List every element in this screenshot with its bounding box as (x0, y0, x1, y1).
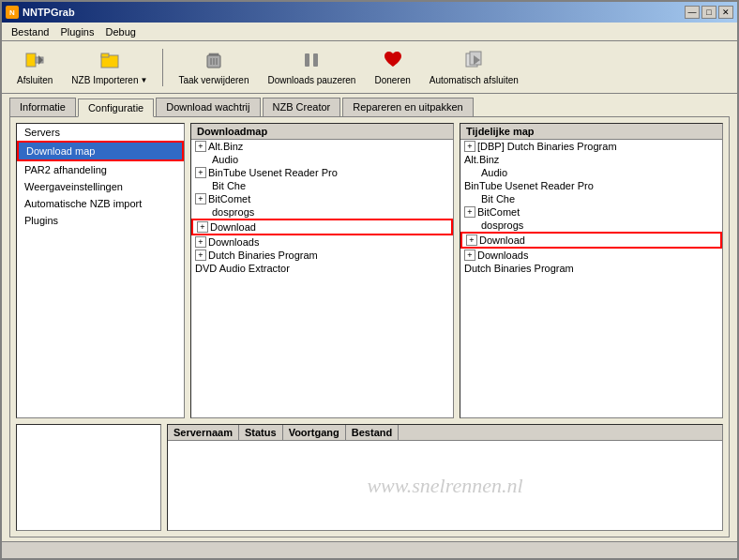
tree2-dosprogs-label: dosprogs (481, 219, 523, 231)
sidebar-item-downloadmap[interactable]: Download map (17, 141, 184, 161)
panel-downloadmap-header: Downloadmap (191, 124, 453, 140)
tree2-dosprogs[interactable]: dosprogs (460, 219, 722, 232)
tab-repareren[interactable]: Repareren en uitpakken (342, 98, 473, 116)
svg-rect-4 (101, 53, 109, 57)
col-status[interactable]: Status (239, 425, 283, 440)
tree-dutch-label: Dutch Binaries Program (208, 250, 318, 261)
menu-bestand[interactable]: Bestand (6, 24, 54, 39)
tree-dosprogs[interactable]: dosprogs (191, 205, 453, 219)
expand2-bitcomet[interactable]: + (464, 206, 475, 218)
tree-bintube[interactable]: + BinTube Usenet Reader Pro (191, 166, 453, 179)
bottom-table-header: Servernaam Status Voortgang Bestand (168, 425, 722, 441)
close-button[interactable]: ✕ (718, 6, 733, 19)
import-dropdown-arrow[interactable]: ▼ (141, 76, 148, 84)
titlebar-left: N NNTPGrab (6, 6, 75, 19)
sidebar-item-par2[interactable]: PAR2 afhandeling (17, 161, 184, 178)
tree2-dutch[interactable]: Dutch Binaries Program (460, 262, 722, 275)
tree2-audio-label: Audio (481, 167, 507, 178)
expand2-download[interactable]: + (466, 235, 477, 246)
tabs-bar: Informatie Configuratie Download wachtri… (2, 94, 737, 116)
sidebar-item-plugins[interactable]: Plugins (17, 212, 184, 229)
tree-downloads[interactable]: + Downloads (191, 235, 453, 249)
panel-tijdelijkemap-header: Tijdelijke map (460, 124, 722, 140)
sidebar-item-autonzb[interactable]: Automatische NZB import (17, 195, 184, 212)
titlebar-controls: — □ ✕ (685, 6, 733, 19)
autoexit-icon (463, 50, 484, 73)
col-voortgang[interactable]: Voortgang (283, 425, 346, 440)
tab-configuratie[interactable]: Configuratie (78, 98, 154, 117)
tree-bitche-label: Bit Che (212, 180, 246, 191)
bottom-right-panel: Servernaam Status Voortgang Bestand www.… (167, 424, 723, 531)
menu-plugins[interactable]: Plugins (54, 24, 99, 39)
main-content: Servers Download map PAR2 afhandeling We… (9, 116, 730, 537)
col-servernaam[interactable]: Servernaam (168, 425, 239, 440)
expand-bintube[interactable]: + (195, 167, 206, 178)
tree2-download-label: Download (479, 235, 525, 246)
expand-dutch[interactable]: + (195, 250, 206, 261)
svg-rect-10 (305, 53, 309, 67)
menubar: Bestand Plugins Debug (2, 23, 737, 41)
window-title: NNTPGrab (23, 7, 75, 18)
tree2-bitche-label: Bit Che (481, 193, 515, 204)
titlebar: N NNTPGrab — □ ✕ (2, 2, 737, 23)
tree-altbinz[interactable]: + Alt.Binz (191, 140, 453, 153)
tree2-altbinz[interactable]: Alt.Binz (460, 153, 722, 166)
watermark: www.snelrennen.nl (168, 441, 722, 530)
tree-altbinz-label: Alt.Binz (208, 141, 243, 152)
tree2-altbinz-label: Alt.Binz (464, 154, 499, 165)
col-bestand[interactable]: Bestand (346, 425, 399, 440)
tab-nzbcreator[interactable]: NZB Creator (263, 98, 341, 116)
tree2-dbp[interactable]: + [DBP] Dutch Binaries Program (460, 140, 722, 153)
menu-debug[interactable]: Debug (99, 24, 141, 39)
sidebar-item-servers[interactable]: Servers (17, 124, 184, 141)
panel-downloadmap-body[interactable]: + Alt.Binz Audio + BinTube Usenet Reader… (191, 140, 453, 417)
expand2-dbp[interactable]: + (464, 141, 475, 152)
tree2-bitcomet[interactable]: + BitComet (460, 205, 722, 219)
tree2-bitche[interactable]: Bit Che (460, 192, 722, 205)
sidebar: Servers Download map PAR2 afhandeling We… (16, 123, 185, 418)
tree2-dutch-label: Dutch Binaries Program (464, 263, 574, 274)
tree2-bintube[interactable]: BinTube Usenet Reader Pro (460, 179, 722, 192)
bottom-left-panel (16, 424, 161, 531)
remove-icon (204, 50, 224, 73)
pause-button[interactable]: Downloads pauzeren (260, 48, 363, 87)
tree-downloads-label: Downloads (208, 236, 259, 248)
tree-dvd-label: DVD Audio Extractor (195, 263, 290, 274)
minimize-button[interactable]: — (685, 6, 700, 19)
toolbar-sep-1 (162, 49, 163, 86)
tree-bintube-label: BinTube Usenet Reader Pro (208, 167, 338, 178)
tree2-downloads[interactable]: + Downloads (460, 249, 722, 262)
tree-dvd[interactable]: DVD Audio Extractor (191, 262, 453, 275)
panel-tijdelijkemap-body[interactable]: + [DBP] Dutch Binaries Program Alt.Binz … (460, 140, 722, 417)
expand-bitcomet[interactable]: + (195, 193, 206, 204)
panels-area: Downloadmap + Alt.Binz Audio + BinTube (190, 123, 723, 418)
tree-audio-label: Audio (212, 154, 238, 165)
expand-download[interactable]: + (197, 221, 208, 233)
sidebar-item-weergave[interactable]: Weergaveinstellingen (17, 178, 184, 195)
pause-icon (301, 50, 322, 73)
expand2-downloads[interactable]: + (464, 250, 475, 261)
svg-rect-0 (26, 53, 36, 67)
exit-icon (24, 50, 45, 73)
tree-dutch[interactable]: + Dutch Binaries Program (191, 249, 453, 262)
maximize-button[interactable]: □ (701, 6, 716, 19)
donate-button[interactable]: Doneren (367, 48, 417, 87)
import-button[interactable]: NZB Importeren ▼ (64, 48, 155, 87)
remove-button[interactable]: Taak verwijderen (171, 48, 256, 87)
tab-downloadwachtrij[interactable]: Download wachtrij (156, 98, 260, 116)
expand-downloads[interactable]: + (195, 236, 206, 248)
exit-button[interactable]: Afsluiten (9, 48, 60, 87)
expand-altbinz[interactable]: + (195, 141, 206, 152)
heart-icon (383, 50, 403, 73)
tree-download[interactable]: + Download (191, 219, 453, 235)
svg-rect-11 (313, 53, 318, 67)
tree2-download[interactable]: + Download (460, 232, 722, 249)
autoexit-button[interactable]: Automatisch afsluiten (422, 48, 526, 87)
tree-audio[interactable]: Audio (191, 153, 453, 166)
tab-informatie[interactable]: Informatie (9, 98, 76, 116)
tree-bitche[interactable]: Bit Che (191, 179, 453, 192)
tree-dosprogs-label: dosprogs (212, 206, 254, 218)
pause-label: Downloads pauzeren (267, 75, 355, 85)
tree2-audio[interactable]: Audio (460, 166, 722, 179)
tree-bitcomet[interactable]: + BitComet (191, 192, 453, 205)
